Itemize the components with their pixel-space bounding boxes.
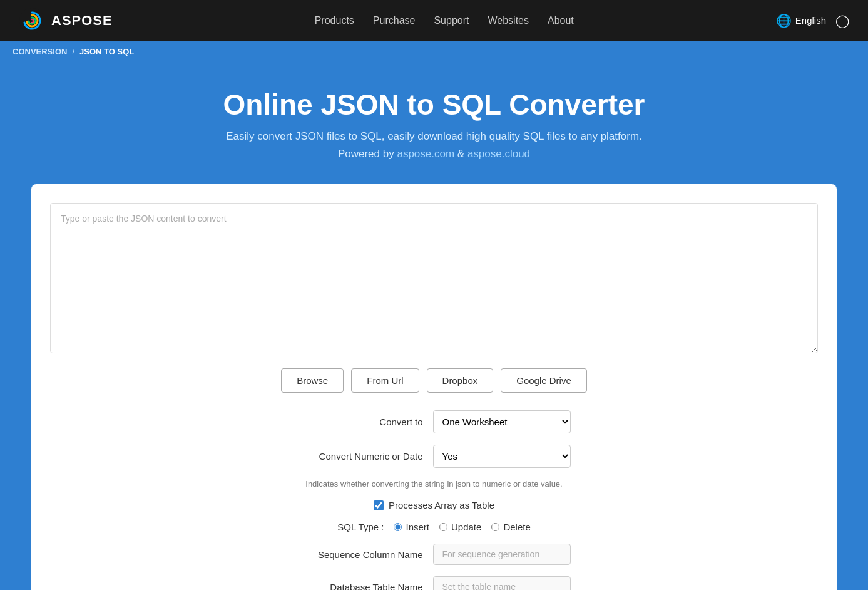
navbar-right: 🌐 English ◯ [776, 13, 849, 28]
convert-numeric-label: Convert Numeric or Date [298, 451, 423, 462]
breadcrumb: CONVERSION / JSON TO SQL [0, 41, 868, 63]
nav-websites[interactable]: Websites [488, 15, 529, 26]
convert-to-select[interactable]: One Worksheet Multiple Worksheets [433, 410, 571, 433]
convert-numeric-select[interactable]: Yes No [433, 445, 571, 468]
sql-type-label: SQL Type : [337, 522, 384, 532]
sql-type-delete[interactable]: Delete [491, 522, 530, 532]
breadcrumb-separator: / [72, 47, 74, 56]
sql-type-insert-radio[interactable] [394, 523, 402, 531]
processes-array-label: Processes Array as Table [389, 500, 494, 510]
logo-text: ASPOSE [51, 13, 113, 29]
google-drive-button[interactable]: Google Drive [501, 368, 587, 393]
breadcrumb-current: JSON TO SQL [79, 47, 134, 56]
page-title: Online JSON to SQL Converter [13, 88, 855, 122]
sql-type-radio-group: Insert Update Delete [394, 522, 530, 532]
sql-type-row: SQL Type : Insert Update Delete [337, 522, 530, 532]
navbar-nav: Products Purchase Support Websites About [315, 15, 574, 26]
convert-to-label: Convert to [298, 417, 423, 427]
convert-numeric-row: Convert Numeric or Date Yes No [298, 445, 571, 468]
powered-prefix: Powered by [338, 148, 397, 160]
sql-type-update[interactable]: Update [439, 522, 481, 532]
upload-buttons: Browse From Url Dropbox Google Drive [50, 368, 818, 393]
hero-subtitle: Easily convert JSON files to SQL, easily… [13, 130, 855, 143]
nav-purchase[interactable]: Purchase [373, 15, 416, 26]
sequence-column-label: Sequence Column Name [298, 549, 423, 560]
convert-numeric-hint: Indicates whether converting the string … [305, 479, 562, 489]
db-table-label: Database Table Name [298, 582, 423, 591]
language-selector[interactable]: 🌐 English [776, 13, 826, 28]
sql-type-insert[interactable]: Insert [394, 522, 429, 532]
powered-amp: & [454, 148, 467, 160]
json-input[interactable] [50, 203, 818, 353]
nav-about[interactable]: About [548, 15, 574, 26]
from-url-button[interactable]: From Url [351, 368, 419, 393]
breadcrumb-parent[interactable]: CONVERSION [13, 47, 67, 56]
db-table-row: Database Table Name [298, 576, 571, 590]
globe-icon: 🌐 [776, 13, 792, 28]
nav-support[interactable]: Support [434, 15, 469, 26]
sql-type-delete-radio[interactable] [491, 523, 499, 531]
sql-type-delete-label: Delete [503, 522, 530, 532]
browse-button[interactable]: Browse [281, 368, 344, 393]
hero-section: Online JSON to SQL Converter Easily conv… [0, 63, 868, 184]
nav-products[interactable]: Products [315, 15, 354, 26]
main-card: Browse From Url Dropbox Google Drive Con… [0, 184, 868, 590]
sequence-column-input[interactable] [433, 544, 571, 565]
db-table-input[interactable] [433, 576, 571, 590]
language-label: English [795, 15, 826, 26]
card-inner: Browse From Url Dropbox Google Drive Con… [31, 184, 837, 590]
sequence-column-row: Sequence Column Name [298, 544, 571, 565]
aspose-cloud-link[interactable]: aspose.cloud [467, 148, 530, 160]
sql-type-insert-label: Insert [406, 522, 429, 532]
user-icon[interactable]: ◯ [835, 13, 849, 28]
sql-type-update-label: Update [451, 522, 481, 532]
sql-type-update-radio[interactable] [439, 523, 447, 531]
navbar: ASPOSE Products Purchase Support Website… [0, 0, 868, 41]
processes-array-row: Processes Array as Table [374, 500, 494, 510]
convert-to-row: Convert to One Worksheet Multiple Worksh… [298, 410, 571, 433]
aspose-logo-icon [19, 8, 45, 34]
options-area: Convert to One Worksheet Multiple Worksh… [50, 410, 818, 590]
aspose-com-link[interactable]: aspose.com [397, 148, 454, 160]
navbar-brand: ASPOSE [19, 8, 113, 34]
powered-by: Powered by aspose.com & aspose.cloud [13, 148, 855, 160]
processes-array-checkbox[interactable] [374, 500, 384, 510]
dropbox-button[interactable]: Dropbox [427, 368, 494, 393]
